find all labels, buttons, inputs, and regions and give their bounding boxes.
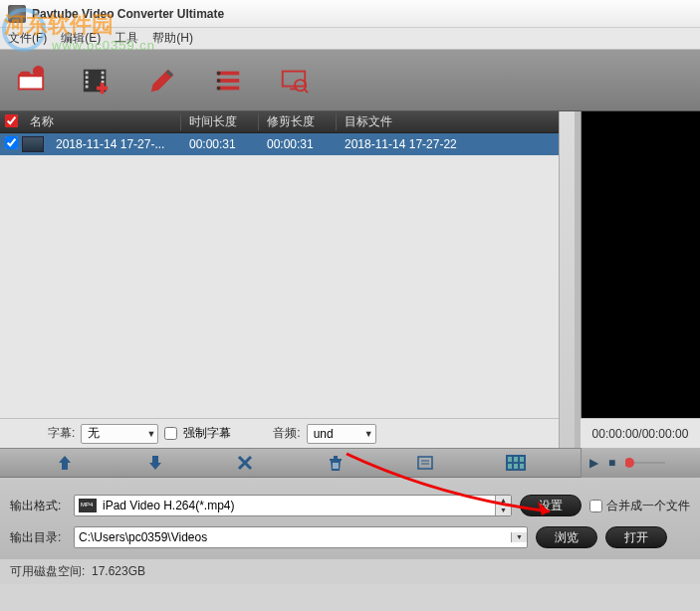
audio-label: 音频:: [273, 425, 300, 442]
svg-rect-6: [102, 71, 105, 74]
play-button[interactable]: ▶: [589, 456, 598, 470]
svg-point-14: [217, 71, 221, 75]
svg-rect-28: [508, 457, 512, 462]
list-header: 名称 时间长度 修剪长度 目标文件: [0, 111, 559, 133]
output-dir-label: 输出目录:: [10, 529, 66, 546]
mp4-icon: [79, 499, 97, 512]
action-bar: [0, 448, 581, 478]
col-name[interactable]: 名称: [22, 113, 181, 130]
delete-button[interactable]: [324, 453, 348, 473]
window-title: Pavtube Video Converter Ultimate: [32, 7, 224, 21]
open-button[interactable]: 打开: [605, 526, 667, 548]
output-format-label: 输出格式:: [10, 498, 66, 514]
video-thumb-icon: [22, 136, 44, 152]
svg-rect-29: [514, 457, 518, 462]
svg-rect-4: [86, 81, 89, 84]
output-format-select[interactable]: iPad Video H.264(*.mp4) ▲▼: [74, 495, 512, 516]
main-toolbar: [0, 50, 700, 111]
svg-rect-2: [86, 71, 89, 74]
svg-rect-31: [508, 464, 512, 469]
merge-checkbox[interactable]: [589, 500, 602, 512]
preview-pane: [581, 111, 700, 418]
preview-timecode: 00:00:00/00:00:00: [581, 418, 700, 448]
force-subtitle-label: 强制字幕: [183, 425, 231, 442]
col-duration[interactable]: 时间长度: [181, 113, 259, 130]
svg-line-20: [304, 89, 308, 93]
edit-button[interactable]: [145, 64, 179, 98]
output-dir-field[interactable]: C:\Users\pc0359\Videos ▼: [74, 526, 528, 548]
svg-rect-30: [520, 457, 524, 462]
seek-slider[interactable]: [625, 457, 665, 469]
col-trim[interactable]: 修剪长度: [259, 113, 337, 130]
svg-rect-17: [283, 71, 306, 86]
format-up-icon[interactable]: ▲: [496, 496, 511, 506]
select-all-checkbox[interactable]: [5, 114, 18, 127]
audio-select[interactable]: und▼: [307, 424, 376, 444]
svg-rect-32: [514, 464, 518, 469]
move-up-button[interactable]: [53, 453, 77, 473]
svg-point-16: [217, 86, 221, 90]
output-panel: 输出格式: iPad Video H.264(*.mp4) ▲▼ 设置 合并成一…: [0, 478, 700, 559]
svg-rect-24: [418, 457, 432, 469]
open-folder-button[interactable]: [14, 64, 48, 98]
svg-rect-7: [102, 76, 105, 79]
vertical-scrollbar[interactable]: [559, 111, 575, 448]
screen-button[interactable]: [277, 64, 311, 98]
dropdown-icon[interactable]: ▼: [516, 532, 523, 542]
row-trim: 00:00:31: [259, 137, 337, 151]
playback-bar: ▶ ■: [581, 448, 700, 478]
row-duration: 00:00:31: [181, 137, 259, 151]
settings-button[interactable]: 设置: [520, 495, 582, 516]
stop-button[interactable]: ■: [608, 456, 615, 470]
subtitle-audio-row: 字幕: 无▼ 强制字幕 音频: und▼: [0, 418, 559, 448]
titlebar: Pavtube Video Converter Ultimate: [0, 0, 700, 28]
watermark-url: www.pc0359.cn: [52, 38, 155, 53]
move-down-button[interactable]: [143, 453, 167, 473]
format-down-icon[interactable]: ▼: [496, 506, 511, 515]
list-button[interactable]: [211, 64, 245, 98]
svg-rect-5: [86, 85, 89, 88]
force-subtitle-checkbox[interactable]: [164, 427, 177, 440]
browse-button[interactable]: 浏览: [536, 526, 597, 548]
add-video-button[interactable]: [80, 64, 114, 98]
row-checkbox[interactable]: [5, 136, 18, 149]
remove-button[interactable]: [233, 453, 257, 473]
merge-label: 合并成一个文件: [606, 498, 690, 514]
svg-rect-3: [86, 76, 89, 79]
svg-point-0: [33, 66, 44, 77]
menu-help[interactable]: 帮助(H): [152, 30, 193, 47]
col-dest[interactable]: 目标文件: [337, 113, 559, 130]
row-name: 2018-11-14 17-27-...: [48, 137, 181, 151]
disk-space: 可用磁盘空间: 17.623GB: [0, 559, 700, 584]
file-list: 名称 时间长度 修剪长度 目标文件 2018-11-14 17-27-... 0…: [0, 111, 559, 448]
subtitle-select[interactable]: 无▼: [81, 424, 158, 444]
svg-rect-33: [520, 464, 524, 469]
svg-point-15: [217, 79, 221, 83]
subtitle-label: 字幕:: [48, 425, 75, 442]
info-button[interactable]: [413, 453, 437, 473]
svg-point-35: [625, 458, 634, 468]
table-row[interactable]: 2018-11-14 17-27-... 00:00:31 00:00:31 2…: [0, 133, 559, 155]
grid-button[interactable]: [504, 453, 528, 473]
row-dest: 2018-11-14 17-27-22: [337, 137, 559, 151]
